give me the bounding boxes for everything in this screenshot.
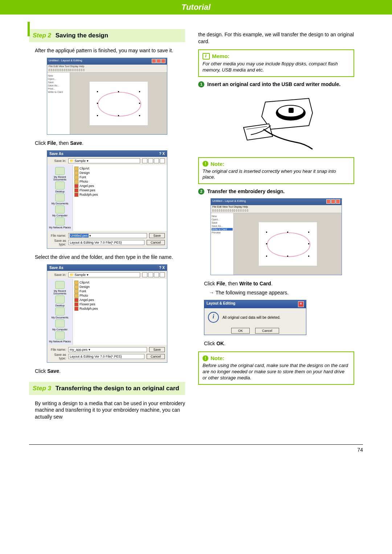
step3-para1: By writing a design to a media that can … bbox=[35, 400, 185, 421]
save-dialog-1: Save As? X Save in: 📁 Sample ▾ My Recent… bbox=[47, 150, 167, 249]
step3-header: Step 3 Transferring the design to an ori… bbox=[29, 382, 185, 395]
save-button-2[interactable]: Save bbox=[149, 347, 165, 352]
note1-body: The original card is inserted correctly … bbox=[203, 168, 350, 181]
message-box: Layout & Editing× i All original card da… bbox=[204, 300, 306, 335]
page-number: 74 bbox=[357, 447, 363, 453]
svg-rect-2 bbox=[289, 108, 293, 113]
step3-para-top: the design. For this example, we will tr… bbox=[198, 31, 354, 45]
note-callout-2: !Note: Before using the original card, m… bbox=[198, 351, 354, 385]
note-icon-2: ! bbox=[203, 355, 208, 361]
page-footer: 74 bbox=[29, 444, 363, 464]
note-callout-1: !Note: The original card is inserted cor… bbox=[198, 157, 354, 184]
instr1-text: Insert an original card into the USB car… bbox=[207, 81, 354, 87]
step3-label: Step 3 bbox=[33, 385, 51, 392]
left-column: Step 2 Saving the design After the appli… bbox=[29, 29, 185, 423]
click-save-line: Click Save. bbox=[35, 368, 185, 375]
memo-callout: Memo: For other media you may use includ… bbox=[198, 49, 354, 77]
app-screenshot-1: Untitled - Layout & Editing File Edit Vi… bbox=[47, 58, 167, 135]
cancel-button[interactable]: Cancel bbox=[147, 240, 165, 245]
close-icon[interactable]: × bbox=[298, 301, 304, 307]
ok-button[interactable]: OK bbox=[231, 328, 250, 334]
instr2-text: Transfer the embroidery design. bbox=[207, 188, 354, 195]
note-icon: ! bbox=[203, 161, 208, 167]
step2-title: Saving the design bbox=[56, 32, 108, 39]
step2-intro: After the appliqué pattern is finished, … bbox=[35, 47, 185, 54]
num-2: 2 bbox=[198, 188, 204, 195]
memo-icon bbox=[203, 53, 210, 60]
save-button[interactable]: Save bbox=[149, 233, 165, 238]
save-dialog-2: Save As? X Save in: 📁 Sample ▾ My Recent… bbox=[47, 264, 167, 363]
select-drive-text: Select the drive and the folder, and the… bbox=[35, 254, 185, 261]
step2-label: Step 2 bbox=[33, 32, 51, 39]
note2-label: Note: bbox=[211, 355, 224, 361]
cancel-button-2[interactable]: Cancel bbox=[147, 354, 165, 359]
instruction-2: 2 Transfer the embroidery design. bbox=[198, 188, 354, 195]
click-write-line: Click File, then Write to Card. bbox=[204, 280, 354, 287]
memo-label: Memo: bbox=[212, 53, 229, 59]
num-1: 1 bbox=[198, 81, 204, 87]
memo-body: For other media you may use include flop… bbox=[203, 61, 350, 73]
card-writer-illustration bbox=[236, 91, 316, 153]
info-icon: i bbox=[208, 312, 219, 323]
click-file-save: Click File, then Save. bbox=[35, 140, 185, 147]
header-title: Tutorial bbox=[181, 3, 211, 12]
step3-title: Transferring the design to an original c… bbox=[56, 385, 179, 392]
msgbox-body: All original card data will be deleted. bbox=[222, 315, 281, 319]
note1-label: Note: bbox=[211, 161, 224, 167]
cancel-button-msg[interactable]: Cancel bbox=[255, 328, 279, 334]
note2-body: Before using the original card, make sur… bbox=[203, 363, 350, 381]
instruction-1: 1 Insert an original card into the USB c… bbox=[198, 81, 354, 87]
msgbox-title: Layout & Editing bbox=[207, 301, 235, 307]
header-rule bbox=[28, 22, 30, 36]
right-column: the design. For this example, we will tr… bbox=[198, 29, 354, 423]
page-header: Tutorial bbox=[0, 0, 392, 15]
arrow-line: → The following message appears. bbox=[209, 289, 354, 296]
step2-header: Step 2 Saving the design bbox=[29, 29, 185, 42]
app-screenshot-2: Untitled - Layout & Editing File Edit Vi… bbox=[211, 198, 342, 275]
click-ok-line: Click OK. bbox=[204, 340, 354, 347]
